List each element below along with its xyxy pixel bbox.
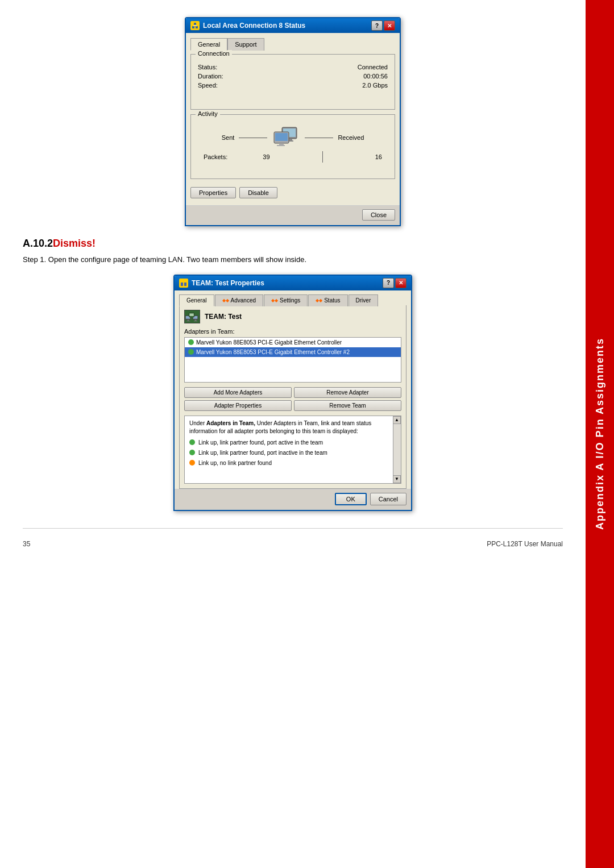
scroll-down-btn[interactable]: ▼ [393,475,401,483]
page-number: 35 [23,540,30,548]
dialog-titlebar-2: TEAM: Test Properties ? ✕ [175,276,411,290]
adapter-label-1: Marvell Yukon 88E8053 PCI-E Gigabit Ethe… [196,339,342,346]
legend-dot-1 [189,439,195,445]
adapters-in-team-label: Adapters in Team: [184,328,401,335]
team-title-icon [179,279,188,288]
svg-rect-14 [184,283,186,286]
remove-adapter-button[interactable]: Remove Adapter [294,387,401,398]
titlebar-left-1: Local Area Connection 8 Status [190,21,305,30]
duration-row: Duration: 00:00:56 [198,73,388,80]
scroll-up-btn[interactable]: ▲ [393,416,401,424]
dialog-body-1: General Support Connection Status: Conne… [186,33,400,205]
svg-rect-22 [195,319,197,321]
section-number: A.10.2 [23,238,53,249]
legend-item-3: Link up, no link partner found [189,459,389,467]
section-heading-area: A.10.2Dismiss! [23,238,563,250]
settings-tab-icon: ◆◆ [271,298,278,303]
svg-rect-18 [188,319,189,321]
dialog-lan-status: Local Area Connection 8 Status ? ✕ Gener… [185,17,401,226]
status-row: Status: Connected [198,64,388,70]
btn-grid: Add More Adapters Remove Adapter Adapter… [184,387,401,411]
team-logo-icon [184,310,200,323]
tab-general-2[interactable]: General [179,294,214,306]
received-label: Received [338,134,364,141]
manual-title: PPC-L128T User Manual [487,540,563,548]
dialog-footer-1: Close [186,205,400,225]
status-value: Connected [358,64,388,70]
tabs-row-2: General ◆◆ Advanced ◆◆ Settings [179,294,406,306]
scrollbar[interactable]: ▲ ▼ [393,416,401,483]
speed-label: Speed: [198,82,218,89]
svg-rect-12 [277,145,285,146]
add-more-adapters-button[interactable]: Add More Adapters [184,387,292,398]
dialog-team-properties: TEAM: Test Properties ? ✕ General ◆◆ [173,275,412,511]
adapter-label-2: Marvell Yukon 88E8053 PCI-E Gigabit Ethe… [196,349,350,355]
adapter-dot-2 [188,349,194,355]
team-content-area: TEAM: Test Adapters in Team: Marvell Yuk… [179,305,406,489]
team-name-label: TEAM: Test [205,313,242,321]
legend-dot-2 [189,450,195,455]
tab-general-1[interactable]: General [190,38,227,51]
close-button-1[interactable]: ✕ [384,20,395,31]
cancel-button[interactable]: Cancel [370,493,406,505]
lan-status-icon [190,21,200,30]
adapter-item-1[interactable]: Marvell Yukon 88E8053 PCI-E Gigabit Ethe… [185,338,401,347]
titlebar-buttons-1: ? ✕ [371,20,395,31]
legend-item-1: Link up, link partner found, port active… [189,439,389,447]
svg-rect-15 [182,280,185,283]
step1-text: Step 1. Open the configure page of teami… [23,254,563,265]
packets-row: Packets: 39 16 [198,151,388,163]
svg-rect-0 [192,26,194,28]
svg-line-3 [193,25,195,26]
activity-icons-row: Sent [222,126,364,149]
connection-label: Connection [196,50,232,57]
disable-button[interactable]: Disable [239,187,277,198]
speed-row: Speed: 2.0 Gbps [198,82,388,89]
svg-rect-19 [186,321,190,321]
svg-rect-1 [196,26,198,28]
team-dialog-footer: OK Cancel [175,489,411,510]
received-line [305,138,333,138]
tabs-row-1: General Support [190,38,395,50]
close-button-bottom-1[interactable]: Close [362,209,395,221]
tab-support-1[interactable]: Support [227,38,264,51]
ok-button[interactable]: OK [335,493,367,505]
speed-value: 2.0 Gbps [362,82,388,89]
connection-group: Connection Status: Connected Duration: 0… [190,54,395,110]
legend-dot-3 [189,460,195,466]
tab-status-2[interactable]: ◆◆ Status [308,294,347,306]
help-button-2[interactable]: ? [383,278,394,288]
status-tab-icon: ◆◆ [316,298,322,303]
vertical-label-area: Appendix A I/O Pin Assignments [586,0,614,868]
received-packets-value: 16 [375,153,382,160]
adapters-list[interactable]: Marvell Yukon 88E8053 PCI-E Gigabit Ethe… [184,337,401,383]
properties-button[interactable]: Properties [190,187,236,198]
packets-label: Packets: [204,153,227,160]
remove-team-button[interactable]: Remove Team [294,400,401,411]
close-button-2[interactable]: ✕ [395,278,406,288]
description-box: Under Adapters in Team, Under Adapters i… [184,416,401,484]
titlebar-buttons-2: ? ✕ [383,278,406,288]
tab-advanced-2[interactable]: ◆◆ Advanced [215,294,263,306]
help-button-1[interactable]: ? [371,20,383,31]
adapter-properties-button[interactable]: Adapter Properties [184,400,292,411]
activity-area: Sent [198,122,388,167]
duration-value: 00:00:56 [363,73,388,80]
vertical-label-text: Appendix A I/O Pin Assignments [594,338,606,530]
svg-rect-26 [191,317,193,318]
tab-driver-2[interactable]: Driver [349,294,379,306]
svg-rect-23 [194,321,198,321]
titlebar-left-2: TEAM: Test Properties [179,279,264,288]
svg-rect-25 [189,313,193,316]
network-computers-icon [272,126,300,149]
legend-text-1: Link up, link partner found, port active… [198,439,323,447]
desc-header: Under Adapters in Team, Under Adapters i… [189,420,389,435]
section-title: Dismiss! [53,238,96,249]
svg-rect-11 [279,143,284,145]
activity-group: Activity Sent [190,114,395,179]
advanced-tab-icon: ◆◆ [222,298,229,303]
team-header-row: TEAM: Test [184,310,401,323]
status-label: Status: [198,64,217,70]
adapter-item-2[interactable]: Marvell Yukon 88E8053 PCI-E Gigabit Ethe… [185,347,401,357]
tab-settings-2[interactable]: ◆◆ Settings [264,294,308,306]
